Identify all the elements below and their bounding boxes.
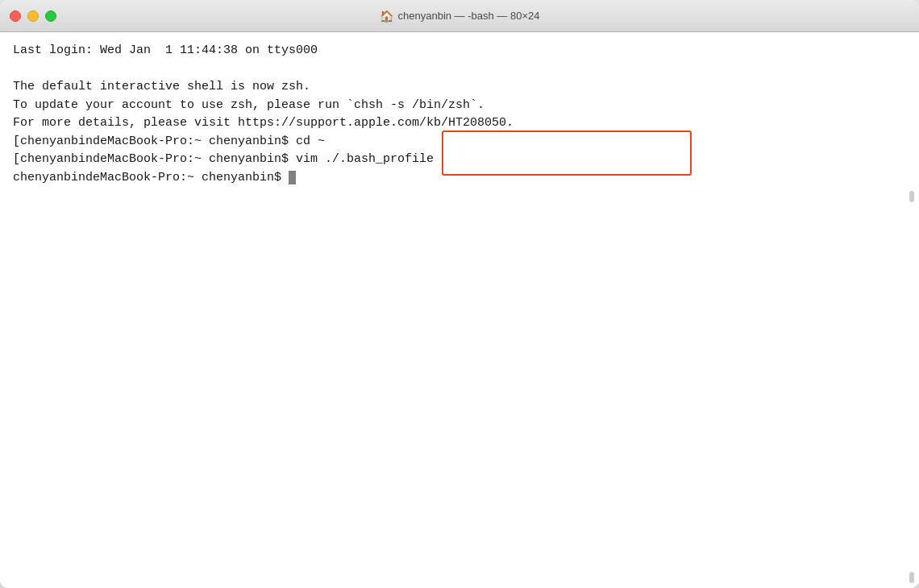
terminal-window: 🏠 chenyanbin — -bash — 80×24 Last login:…: [0, 0, 919, 588]
scrollbar-indicator-top: [909, 191, 914, 202]
traffic-lights: [10, 10, 56, 22]
cursor: [289, 171, 296, 184]
title-bar: 🏠 chenyanbin — -bash — 80×24: [0, 0, 919, 32]
terminal-output: Last login: Wed Jan 1 11:44:38 on ttys00…: [13, 42, 906, 133]
terminal-body[interactable]: Last login: Wed Jan 1 11:44:38 on ttys00…: [0, 32, 919, 588]
command-lines: [chenyanbindeMacBook-Pro:~ chenyanbin$ c…: [13, 133, 906, 169]
scrollbar-indicator-bottom: [909, 572, 914, 583]
highlighted-section: [chenyanbindeMacBook-Pro:~ chenyanbin$ c…: [13, 133, 906, 169]
title-icon: 🏠: [380, 10, 393, 23]
title-text: 🏠 chenyanbin — -bash — 80×24: [380, 10, 540, 23]
close-button[interactable]: [10, 10, 21, 22]
maximize-button[interactable]: [45, 10, 56, 22]
prompt-line: chenyanbindeMacBook-Pro:~ chenyanbin$: [13, 169, 906, 188]
title-label: chenyanbin — -bash — 80×24: [398, 10, 540, 22]
minimize-button[interactable]: [27, 10, 39, 22]
